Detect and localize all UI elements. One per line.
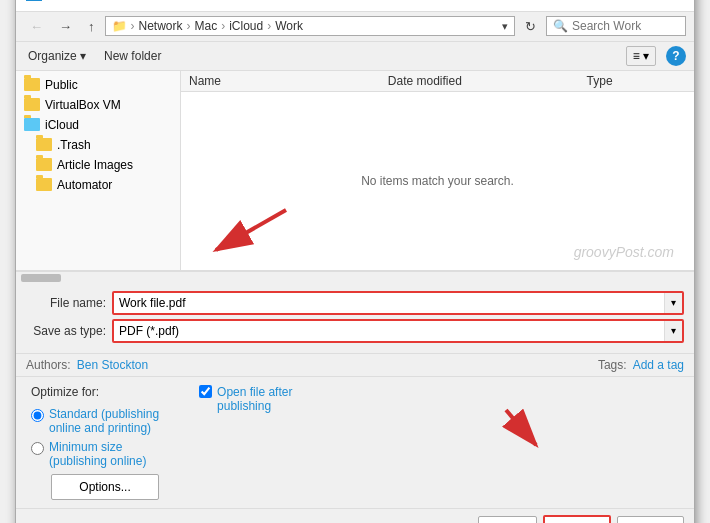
- nav-toolbar: ← → ↑ 📁 › Network › Mac › iCloud › Work …: [16, 12, 694, 42]
- breadcrumb-dropdown-button[interactable]: ▾: [502, 20, 508, 33]
- close-button[interactable]: ✕: [664, 0, 684, 3]
- tags-label: Tags:: [598, 358, 627, 372]
- new-folder-button[interactable]: New folder: [100, 47, 165, 65]
- add-tag-button[interactable]: Add a tag: [633, 358, 684, 372]
- save-type-dropdown[interactable]: ▾: [664, 321, 682, 341]
- options-section: Optimize for: Standard (publishing onlin…: [16, 377, 694, 508]
- folder-label: Automator: [57, 178, 112, 192]
- list-item[interactable]: .Trash: [16, 135, 180, 155]
- tools-button[interactable]: Tools ▾: [478, 516, 537, 524]
- folder-label: Article Images: [57, 158, 133, 172]
- folder-label: Public: [45, 78, 78, 92]
- list-item[interactable]: VirtualBox VM: [16, 95, 180, 115]
- standard-radio-item[interactable]: Standard (publishing online and printing…: [31, 407, 159, 435]
- folder-label: iCloud: [45, 118, 79, 132]
- optimize-group: Optimize for: Standard (publishing onlin…: [31, 385, 159, 500]
- column-headers: Name Date modified Type: [181, 71, 694, 92]
- cloud-folder-icon: [24, 118, 40, 131]
- open-after-label: Open file after publishing: [217, 385, 292, 413]
- authors-value[interactable]: Ben Stockton: [77, 358, 148, 372]
- tags-group: Tags: Add a tag: [598, 358, 684, 372]
- file-name-dropdown[interactable]: ▾: [664, 293, 682, 313]
- horizontal-scrollbar[interactable]: [16, 271, 694, 285]
- bottom-bar: ∧ Hide Folders Tools ▾ Save Cancel: [16, 508, 694, 524]
- search-box[interactable]: 🔍: [546, 16, 686, 36]
- open-after-group: Open file after publishing: [199, 385, 292, 500]
- help-button[interactable]: ?: [666, 46, 686, 66]
- save-type-row: Save as type: ▾: [26, 319, 684, 343]
- search-input[interactable]: [572, 19, 679, 33]
- cancel-button[interactable]: Cancel: [617, 516, 684, 524]
- radio-group: Standard (publishing online and printing…: [31, 407, 159, 468]
- options-button[interactable]: Options...: [51, 474, 159, 500]
- empty-message: No items match your search.: [361, 174, 514, 188]
- save-type-label: Save as type:: [26, 324, 106, 338]
- breadcrumb-network: Network: [139, 19, 183, 33]
- title-bar: 💾 Save As ✕: [16, 0, 694, 12]
- view-button[interactable]: ≡ ▾: [626, 46, 656, 66]
- watermark: groovyPost.com: [574, 244, 674, 260]
- breadcrumb-folder-icon: 📁: [112, 19, 127, 33]
- back-button[interactable]: ←: [24, 16, 49, 37]
- right-panel: Name Date modified Type No items match y…: [181, 71, 694, 270]
- standard-radio-label: Standard (publishing online and printing…: [49, 407, 159, 435]
- col-name-header[interactable]: Name: [189, 74, 388, 88]
- folder-icon: [24, 78, 40, 91]
- list-item[interactable]: Public: [16, 75, 180, 95]
- standard-radio[interactable]: [31, 409, 44, 422]
- dialog-icon: 💾: [26, 0, 42, 1]
- breadcrumb-mac: Mac: [195, 19, 218, 33]
- folder-icon: [36, 158, 52, 171]
- list-item[interactable]: Article Images: [16, 155, 180, 175]
- refresh-button[interactable]: ↻: [519, 16, 542, 37]
- col-type-header[interactable]: Type: [587, 74, 686, 88]
- folder-icon: [36, 138, 52, 151]
- col-date-header[interactable]: Date modified: [388, 74, 587, 88]
- content-area: Public VirtualBox VM iCloud .Trash Artic…: [16, 71, 694, 271]
- file-name-input-wrap: ▾: [112, 291, 684, 315]
- breadcrumb[interactable]: 📁 › Network › Mac › iCloud › Work ▾: [105, 16, 516, 36]
- file-name-row: File name: ▾: [26, 291, 684, 315]
- optimize-label: Optimize for:: [31, 385, 159, 399]
- folder-label: .Trash: [57, 138, 91, 152]
- breadcrumb-work: Work: [275, 19, 303, 33]
- save-type-input[interactable]: [114, 321, 664, 341]
- save-type-input-wrap: ▾: [112, 319, 684, 343]
- folder-icon: [24, 98, 40, 111]
- scroll-thumb[interactable]: [21, 274, 61, 282]
- minimum-radio[interactable]: [31, 442, 44, 455]
- breadcrumb-icloud: iCloud: [229, 19, 263, 33]
- minimum-radio-label: Minimum size (publishing online): [49, 440, 146, 468]
- folder-icon: [36, 178, 52, 191]
- forward-button[interactable]: →: [53, 16, 78, 37]
- authors-label: Authors:: [26, 358, 71, 372]
- authors-group: Authors: Ben Stockton: [26, 358, 148, 372]
- file-name-label: File name:: [26, 296, 106, 310]
- left-panel: Public VirtualBox VM iCloud .Trash Artic…: [16, 71, 181, 270]
- organize-button[interactable]: Organize ▾: [24, 47, 90, 65]
- list-item[interactable]: Automator: [16, 175, 180, 195]
- open-after-checkbox[interactable]: [199, 385, 212, 398]
- file-name-input[interactable]: [114, 293, 664, 313]
- save-button[interactable]: Save: [543, 515, 610, 524]
- up-button[interactable]: ↑: [82, 16, 101, 37]
- action-bar: Organize ▾ New folder ≡ ▾ ?: [16, 42, 694, 71]
- open-after-checkbox-item[interactable]: Open file after publishing: [199, 385, 292, 413]
- meta-row: Authors: Ben Stockton Tags: Add a tag: [16, 354, 694, 377]
- search-icon: 🔍: [553, 19, 568, 33]
- list-item[interactable]: iCloud: [16, 115, 180, 135]
- minimum-radio-item[interactable]: Minimum size (publishing online): [31, 440, 159, 468]
- folder-label: VirtualBox VM: [45, 98, 121, 112]
- save-form: File name: ▾ Save as type: ▾: [16, 285, 694, 354]
- file-list: No items match your search. groovyPost.c…: [181, 92, 694, 270]
